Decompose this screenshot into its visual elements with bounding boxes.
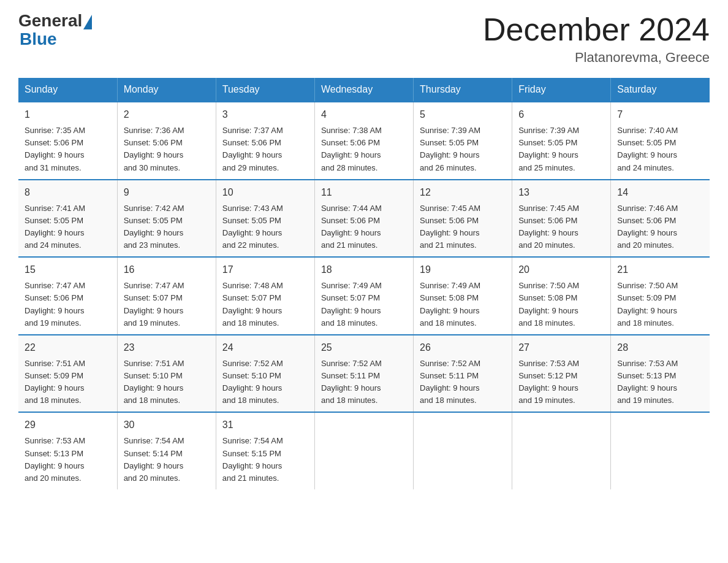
- table-row: 28 Sunrise: 7:53 AM Sunset: 5:13 PM Dayl…: [611, 335, 710, 413]
- day-number: 26: [420, 340, 506, 355]
- day-info: Sunrise: 7:52 AM Sunset: 5:11 PM Dayligh…: [420, 358, 506, 407]
- day-info: Sunrise: 7:48 AM Sunset: 5:07 PM Dayligh…: [222, 280, 308, 329]
- day-number: 24: [222, 340, 308, 355]
- day-info: Sunrise: 7:41 AM Sunset: 5:05 PM Dayligh…: [25, 202, 111, 252]
- header-thursday: Thursday: [414, 78, 512, 102]
- table-row: 15 Sunrise: 7:47 AM Sunset: 5:06 PM Dayl…: [18, 257, 117, 335]
- day-number: 18: [321, 262, 407, 277]
- day-number: 7: [617, 107, 703, 122]
- logo: General Blue: [18, 12, 93, 49]
- table-row: 21 Sunrise: 7:50 AM Sunset: 5:09 PM Dayl…: [611, 257, 710, 335]
- table-row: 5 Sunrise: 7:39 AM Sunset: 5:05 PM Dayli…: [414, 102, 512, 180]
- table-row: 17 Sunrise: 7:48 AM Sunset: 5:07 PM Dayl…: [216, 257, 314, 335]
- location-label: Platanorevma, Greece: [483, 50, 710, 66]
- day-info: Sunrise: 7:44 AM Sunset: 5:06 PM Dayligh…: [321, 202, 407, 252]
- day-number: 15: [25, 262, 111, 277]
- day-info: Sunrise: 7:51 AM Sunset: 5:09 PM Dayligh…: [25, 358, 111, 407]
- table-row: [611, 412, 710, 489]
- table-row: 25 Sunrise: 7:52 AM Sunset: 5:11 PM Dayl…: [314, 335, 413, 413]
- header-friday: Friday: [512, 78, 611, 102]
- day-number: 13: [518, 185, 604, 200]
- table-row: 6 Sunrise: 7:39 AM Sunset: 5:05 PM Dayli…: [512, 102, 611, 180]
- day-info: Sunrise: 7:52 AM Sunset: 5:11 PM Dayligh…: [321, 358, 407, 407]
- day-info: Sunrise: 7:36 AM Sunset: 5:06 PM Dayligh…: [124, 124, 210, 174]
- day-number: 11: [321, 185, 407, 200]
- day-info: Sunrise: 7:45 AM Sunset: 5:06 PM Dayligh…: [518, 202, 604, 252]
- table-row: 27 Sunrise: 7:53 AM Sunset: 5:12 PM Dayl…: [512, 335, 611, 413]
- table-row: 10 Sunrise: 7:43 AM Sunset: 5:05 PM Dayl…: [216, 180, 314, 258]
- table-row: [414, 412, 512, 489]
- table-row: 4 Sunrise: 7:38 AM Sunset: 5:06 PM Dayli…: [314, 102, 413, 180]
- day-number: 1: [25, 107, 111, 122]
- table-row: 20 Sunrise: 7:50 AM Sunset: 5:08 PM Dayl…: [512, 257, 611, 335]
- table-row: 31 Sunrise: 7:54 AM Sunset: 5:15 PM Dayl…: [216, 412, 314, 489]
- header-saturday: Saturday: [611, 78, 710, 102]
- day-number: 25: [321, 340, 407, 355]
- table-row: 19 Sunrise: 7:49 AM Sunset: 5:08 PM Dayl…: [414, 257, 512, 335]
- table-row: 11 Sunrise: 7:44 AM Sunset: 5:06 PM Dayl…: [314, 180, 413, 258]
- day-info: Sunrise: 7:39 AM Sunset: 5:05 PM Dayligh…: [518, 124, 604, 174]
- header-monday: Monday: [117, 78, 216, 102]
- table-row: [512, 412, 611, 489]
- table-row: 29 Sunrise: 7:53 AM Sunset: 5:13 PM Dayl…: [18, 412, 117, 489]
- table-row: 23 Sunrise: 7:51 AM Sunset: 5:10 PM Dayl…: [117, 335, 216, 413]
- logo-triangle-icon: [83, 15, 92, 29]
- day-number: 14: [617, 185, 703, 200]
- day-number: 6: [518, 107, 604, 122]
- day-info: Sunrise: 7:52 AM Sunset: 5:10 PM Dayligh…: [222, 358, 308, 407]
- table-row: 2 Sunrise: 7:36 AM Sunset: 5:06 PM Dayli…: [117, 102, 216, 180]
- day-number: 8: [25, 185, 111, 200]
- day-info: Sunrise: 7:42 AM Sunset: 5:05 PM Dayligh…: [124, 202, 210, 252]
- calendar-week-row: 1 Sunrise: 7:35 AM Sunset: 5:06 PM Dayli…: [18, 102, 710, 180]
- logo-general-text: General: [18, 12, 82, 29]
- table-row: 30 Sunrise: 7:54 AM Sunset: 5:14 PM Dayl…: [117, 412, 216, 489]
- calendar-week-row: 15 Sunrise: 7:47 AM Sunset: 5:06 PM Dayl…: [18, 257, 710, 335]
- day-info: Sunrise: 7:46 AM Sunset: 5:06 PM Dayligh…: [617, 202, 703, 252]
- day-info: Sunrise: 7:49 AM Sunset: 5:07 PM Dayligh…: [321, 280, 407, 329]
- table-row: 24 Sunrise: 7:52 AM Sunset: 5:10 PM Dayl…: [216, 335, 314, 413]
- table-row: 14 Sunrise: 7:46 AM Sunset: 5:06 PM Dayl…: [611, 180, 710, 258]
- day-number: 9: [124, 185, 210, 200]
- day-info: Sunrise: 7:45 AM Sunset: 5:06 PM Dayligh…: [420, 202, 506, 252]
- table-row: 22 Sunrise: 7:51 AM Sunset: 5:09 PM Dayl…: [18, 335, 117, 413]
- table-row: 7 Sunrise: 7:40 AM Sunset: 5:05 PM Dayli…: [611, 102, 710, 180]
- day-info: Sunrise: 7:37 AM Sunset: 5:06 PM Dayligh…: [222, 124, 308, 174]
- table-row: 8 Sunrise: 7:41 AM Sunset: 5:05 PM Dayli…: [18, 180, 117, 258]
- day-number: 19: [420, 262, 506, 277]
- calendar-header-row: Sunday Monday Tuesday Wednesday Thursday…: [18, 78, 710, 102]
- day-number: 29: [25, 418, 111, 432]
- day-number: 17: [222, 262, 308, 277]
- title-section: December 2024 Platanorevma, Greece: [483, 12, 710, 66]
- table-row: 12 Sunrise: 7:45 AM Sunset: 5:06 PM Dayl…: [414, 180, 512, 258]
- day-number: 30: [124, 418, 210, 432]
- day-number: 3: [222, 107, 308, 122]
- day-number: 20: [518, 262, 604, 277]
- day-info: Sunrise: 7:53 AM Sunset: 5:13 PM Dayligh…: [25, 435, 111, 484]
- day-number: 22: [25, 340, 111, 355]
- day-number: 31: [222, 418, 308, 432]
- day-info: Sunrise: 7:53 AM Sunset: 5:13 PM Dayligh…: [617, 358, 703, 407]
- table-row: 16 Sunrise: 7:47 AM Sunset: 5:07 PM Dayl…: [117, 257, 216, 335]
- table-row: 1 Sunrise: 7:35 AM Sunset: 5:06 PM Dayli…: [18, 102, 117, 180]
- day-number: 21: [617, 262, 703, 277]
- calendar-week-row: 22 Sunrise: 7:51 AM Sunset: 5:09 PM Dayl…: [18, 335, 710, 413]
- day-info: Sunrise: 7:43 AM Sunset: 5:05 PM Dayligh…: [222, 202, 308, 252]
- day-info: Sunrise: 7:49 AM Sunset: 5:08 PM Dayligh…: [420, 280, 506, 329]
- day-number: 27: [518, 340, 604, 355]
- page-header: General Blue December 2024 Platanorevma,…: [18, 12, 710, 66]
- header-sunday: Sunday: [18, 78, 117, 102]
- day-info: Sunrise: 7:47 AM Sunset: 5:06 PM Dayligh…: [25, 280, 111, 329]
- day-info: Sunrise: 7:51 AM Sunset: 5:10 PM Dayligh…: [124, 358, 210, 407]
- day-number: 16: [124, 262, 210, 277]
- day-info: Sunrise: 7:50 AM Sunset: 5:09 PM Dayligh…: [617, 280, 703, 329]
- day-info: Sunrise: 7:47 AM Sunset: 5:07 PM Dayligh…: [124, 280, 210, 329]
- header-tuesday: Tuesday: [216, 78, 314, 102]
- header-wednesday: Wednesday: [314, 78, 413, 102]
- table-row: 26 Sunrise: 7:52 AM Sunset: 5:11 PM Dayl…: [414, 335, 512, 413]
- day-number: 4: [321, 107, 407, 122]
- day-info: Sunrise: 7:54 AM Sunset: 5:15 PM Dayligh…: [222, 435, 308, 484]
- day-number: 5: [420, 107, 506, 122]
- day-number: 23: [124, 340, 210, 355]
- day-info: Sunrise: 7:35 AM Sunset: 5:06 PM Dayligh…: [25, 124, 111, 174]
- table-row: 18 Sunrise: 7:49 AM Sunset: 5:07 PM Dayl…: [314, 257, 413, 335]
